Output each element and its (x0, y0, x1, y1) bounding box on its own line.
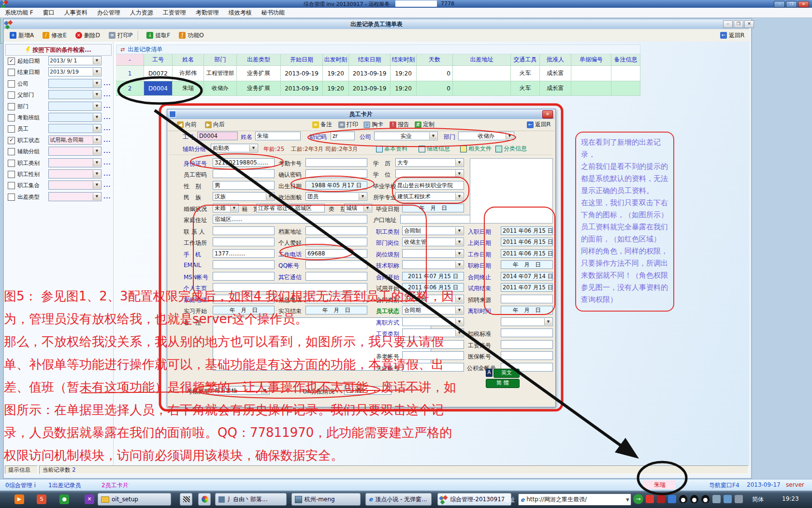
filter-checkbox-aux-group[interactable] (8, 148, 15, 155)
filter-more-emp-set[interactable]: ... (103, 182, 111, 188)
filter-more-attendance-team[interactable]: ... (103, 114, 111, 120)
filter-combo-start-date[interactable]: 2013/ 9/ 1▼ (48, 56, 102, 65)
table-row2-cell-4[interactable]: 业务扩展 (237, 81, 281, 96)
chevron-down-icon[interactable]: ▼ (93, 57, 101, 64)
taskbar-button-5[interactable]: e顶点小说 - 无弹窗... (365, 493, 432, 506)
chevron-down-icon[interactable]: ▼ (455, 239, 463, 245)
table-row2-cell-7[interactable]: 2013-09-19 (349, 81, 391, 96)
language-plate-badge[interactable]: A 英文 简 體 (486, 369, 532, 388)
table-row1-cell-3[interactable]: 工程管理部 (204, 66, 237, 81)
chevron-down-icon[interactable]: ▼ (544, 318, 552, 325)
table-row1-cell-1[interactable]: D0072 (144, 66, 173, 81)
current-user-badge[interactable]: 朱瑞 (644, 480, 676, 489)
filter-combo-parent-dept[interactable]: ▼ (48, 90, 102, 99)
chevron-down-icon[interactable]: ▼ (93, 103, 101, 110)
filter-checkbox-emp-gender[interactable] (8, 171, 15, 178)
field-contact[interactable] (213, 226, 275, 235)
field-native-place[interactable]: 江苏省 宿迁市 宿城区 (256, 204, 325, 212)
field-work-phone[interactable]: 69688 (305, 249, 367, 258)
field-resign-reason[interactable]: ▼ (501, 317, 553, 326)
menu-item-6[interactable]: 考勤管理 (191, 8, 224, 17)
field-workplace[interactable] (213, 238, 275, 246)
filter-checkbox-company[interactable] (8, 80, 15, 88)
field-attend-card[interactable] (305, 158, 367, 167)
filter-checkbox-dept[interactable] (8, 103, 15, 110)
filter-combo-emp-gender[interactable]: ▼ (48, 169, 102, 179)
table-row2-cell-8[interactable]: 19:20 (391, 81, 417, 96)
chevron-down-icon[interactable]: ▼ (93, 68, 101, 75)
menu-item-8[interactable]: 秘书功能 (257, 8, 290, 17)
chevron-down-icon[interactable]: ▼ (93, 125, 101, 132)
field-tax-standard[interactable] (501, 329, 553, 337)
field-tech-title[interactable]: ▼ (402, 260, 464, 269)
tray-network-icon[interactable] (724, 495, 732, 503)
filter-more-trip-type[interactable]: ... (103, 194, 111, 200)
filter-checkbox-emp-category[interactable] (8, 160, 15, 167)
field-qq-account[interactable] (305, 260, 367, 269)
tray-qq-icon-2[interactable] (690, 495, 698, 503)
filter-checkbox-trip-type[interactable] (8, 194, 15, 201)
chevron-down-icon[interactable]: ▼ (93, 136, 101, 144)
chevron-down-icon[interactable]: ▼ (359, 193, 366, 200)
table-row2-cell-1[interactable]: D0004 (144, 81, 173, 96)
address-dropdown-icon[interactable]: ▼ (626, 497, 629, 502)
quicklaunch-vs-icon[interactable]: ✕ (85, 494, 94, 504)
menu-item-0[interactable]: 系统功能 F (0, 8, 38, 17)
chevron-down-icon[interactable]: ▼ (93, 80, 101, 87)
card-tab-3[interactable]: 分类信息 (495, 145, 527, 153)
filter-more-company[interactable]: ... (103, 80, 111, 87)
menu-item-2[interactable]: 人事资料 (59, 8, 92, 17)
field-resign-way[interactable]: ▼ (402, 317, 464, 326)
dialog-tool-custom[interactable]: #定制 (415, 120, 435, 129)
tray-security-icon[interactable] (646, 495, 654, 503)
field-medical-account[interactable] (501, 351, 553, 360)
window-tab-0[interactable]: 0综合管理 i (5, 481, 36, 490)
field-confirm-pwd[interactable] (305, 169, 367, 178)
field-major[interactable]: 建筑工程技术▼ (395, 192, 464, 201)
tray-docs-icon[interactable] (668, 495, 676, 503)
table-row1-cell-7[interactable]: 2013-09-19 (349, 66, 391, 81)
table-row2-cell-5[interactable]: 2013-09-19 (281, 81, 323, 96)
chevron-down-icon[interactable]: ▼ (363, 205, 371, 211)
field-post-level[interactable]: ▼ (402, 249, 464, 258)
menu-item-1[interactable]: 窗口 (38, 8, 59, 17)
filter-checkbox-start-date[interactable]: ✓ (8, 58, 15, 65)
filter-checkbox-employee[interactable] (8, 125, 15, 133)
table-row1-cell-2[interactable]: 许郑伟 (173, 66, 204, 81)
toolbar-button-edit[interactable]: /修改E (40, 30, 70, 41)
table-row2-cell-10[interactable] (453, 81, 511, 96)
field-id-card[interactable]: 321302198805…… (213, 158, 275, 167)
table-row1-cell-14[interactable] (611, 66, 640, 81)
taskbar-button-4[interactable]: 杭州-meng (291, 493, 361, 506)
chevron-down-icon[interactable]: ▼ (93, 91, 101, 98)
field-ethnic[interactable]: 汉族▼ (213, 192, 275, 201)
filter-combo-emp-status[interactable]: 试用期,合同期▼ (48, 135, 102, 145)
field-post-date[interactable]: 2011 年06 月15 日 (501, 238, 553, 246)
dialog-tool-badge[interactable]: □胸卡 (363, 120, 383, 129)
field-salary-account[interactable] (501, 340, 553, 349)
child-restore-button[interactable]: ❐ (734, 20, 743, 28)
chevron-down-icon[interactable]: ▼ (93, 193, 101, 200)
return-button[interactable]: ← 返回R (717, 30, 747, 41)
taskbar-button-3[interactable]: 丿自由丶部落... (215, 493, 287, 506)
field-department[interactable]: 收储办▼ (458, 132, 514, 140)
field-work-date[interactable]: 2011 年06 月15 日 (501, 249, 553, 258)
chevron-down-icon[interactable]: ▼ (455, 227, 463, 234)
chevron-down-icon[interactable]: ▼ (93, 181, 101, 189)
taskbar-button-0[interactable]: oit_setup (98, 493, 171, 506)
card-tab-0[interactable]: 基本资料 (376, 145, 407, 153)
window-tab-2[interactable]: 2员工卡片 (102, 481, 129, 490)
field-grad-date[interactable]: 年 月 日 (402, 204, 464, 212)
quicklaunch-app3-icon[interactable]: ● (59, 494, 69, 504)
tray-volume-icon[interactable] (735, 495, 743, 503)
field-other-im[interactable] (305, 272, 367, 281)
field-mnemonic[interactable]: zr (331, 132, 355, 140)
filter-more-emp-gender[interactable]: ... (103, 171, 111, 177)
menu-item-4[interactable]: 人力资源 (125, 8, 158, 17)
field-emp-state[interactable]: 合同期▼ (402, 306, 464, 314)
card-tab-1[interactable]: 描述信息 (419, 145, 450, 153)
field-leave-date[interactable]: 年 月 日 (501, 306, 553, 314)
chevron-down-icon[interactable]: ▼ (230, 205, 238, 211)
filter-checkbox-attendance-team[interactable] (8, 114, 15, 121)
minimize-button[interactable]: – (774, 1, 785, 8)
